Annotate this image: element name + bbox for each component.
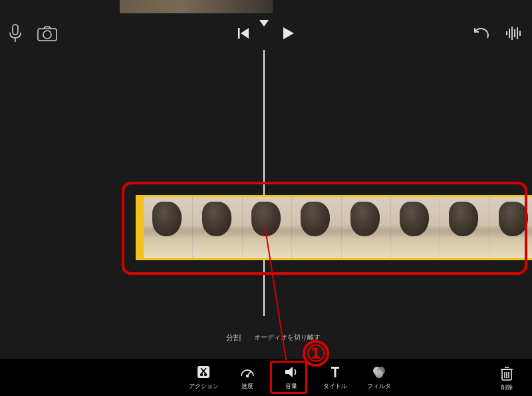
split-label[interactable]: 分割	[226, 333, 241, 343]
tool-action[interactable]: アクション	[186, 364, 221, 391]
svg-rect-4	[238, 28, 240, 39]
title-icon	[327, 364, 343, 380]
tool-title-label: タイトル	[323, 382, 347, 391]
svg-rect-11	[517, 27, 518, 39]
camera-icon[interactable]	[37, 25, 57, 41]
trash-icon	[499, 365, 514, 381]
timeline-area[interactable]	[0, 50, 532, 329]
overlap-circles-icon	[371, 364, 387, 380]
waveform-icon[interactable]	[505, 26, 523, 41]
preview-thumbnail	[120, 0, 273, 13]
clip-trim-handle-left[interactable]	[138, 197, 144, 258]
svg-point-14	[200, 373, 203, 376]
svg-marker-5	[241, 28, 249, 39]
clip-frame	[342, 197, 391, 258]
svg-point-3	[43, 31, 51, 39]
clip-frame	[292, 197, 341, 258]
svg-point-25	[375, 370, 383, 378]
delete-label: 削除	[501, 383, 513, 392]
svg-rect-13	[198, 366, 209, 378]
tool-filter-label: フィルタ	[367, 382, 391, 391]
tool-title[interactable]: タイトル	[318, 364, 352, 391]
svg-point-19	[247, 375, 249, 377]
skip-back-icon[interactable]	[237, 27, 250, 40]
tool-speed-label: 速度	[241, 382, 253, 391]
clip-frame	[490, 197, 532, 258]
svg-rect-8	[509, 29, 510, 38]
tool-speed[interactable]: 速度	[230, 364, 265, 391]
svg-rect-0	[13, 25, 18, 35]
audio-detach-label[interactable]: オーディオを切り離す	[254, 333, 321, 343]
video-clip[interactable]	[136, 195, 532, 260]
clip-frame	[391, 197, 440, 258]
svg-rect-10	[514, 29, 515, 37]
tool-volume[interactable]: 音量	[274, 364, 309, 391]
clip-frame	[440, 197, 489, 258]
playhead-marker[interactable]	[259, 20, 269, 27]
clip-frame	[144, 197, 193, 258]
microphone-icon[interactable]	[8, 24, 23, 43]
tool-action-label: アクション	[189, 382, 219, 391]
playhead-line	[263, 50, 265, 316]
svg-rect-9	[511, 27, 513, 40]
svg-point-15	[204, 373, 207, 376]
svg-marker-20	[285, 367, 293, 377]
scissors-icon	[196, 364, 211, 380]
delete-button[interactable]: 削除	[492, 365, 521, 392]
gauge-icon	[239, 364, 255, 380]
clip-frame	[243, 197, 292, 258]
tool-filter[interactable]: フィルタ	[362, 364, 396, 391]
clip-context-labels: 分割 オーディオを切り離す	[226, 333, 321, 343]
undo-icon[interactable]	[473, 26, 491, 41]
bottom-toolbar: アクション 速度 音量	[0, 359, 532, 396]
svg-rect-22	[334, 367, 336, 377]
play-icon[interactable]	[281, 26, 295, 41]
svg-rect-7	[506, 31, 507, 35]
speaker-icon	[283, 364, 299, 380]
tool-volume-label: 音量	[285, 382, 297, 391]
clip-frame	[193, 197, 242, 258]
svg-rect-12	[519, 31, 521, 36]
svg-marker-6	[283, 27, 294, 39]
